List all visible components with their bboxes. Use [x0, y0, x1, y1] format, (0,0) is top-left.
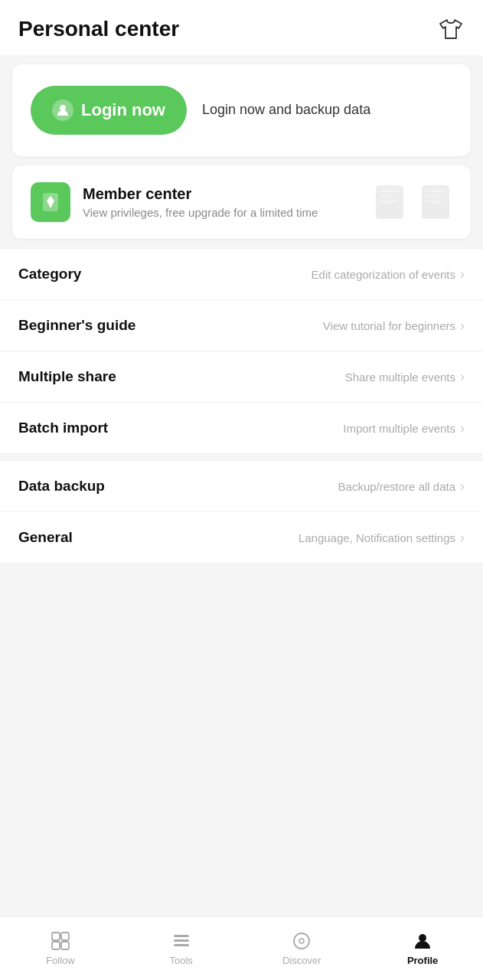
category-label: Category — [18, 266, 81, 283]
svg-point-0 — [60, 105, 66, 111]
user-icon — [52, 100, 73, 121]
svg-rect-6 — [380, 201, 397, 203]
menu-item-multiple-share[interactable]: Multiple share Share multiple events › — [0, 351, 483, 403]
menu-item-category[interactable]: Category Edit categorization of events › — [0, 249, 483, 300]
svg-point-20 — [419, 934, 426, 942]
nav-discover-label: Discover — [282, 955, 321, 966]
tools-icon — [171, 930, 192, 952]
svg-rect-9 — [426, 195, 440, 198]
multiple-share-right: Share multiple events › — [345, 369, 465, 385]
member-card[interactable]: Member center View privileges, free upgr… — [12, 165, 471, 239]
chevron-icon: › — [460, 318, 465, 334]
discover-icon — [291, 930, 312, 952]
svg-point-19 — [299, 939, 304, 943]
svg-rect-12 — [61, 933, 69, 940]
page-title: Personal center — [18, 17, 179, 41]
data-backup-right: Backup/restore all data › — [338, 479, 465, 495]
menu-item-beginners-guide[interactable]: Beginner's guide View tutorial for begin… — [0, 300, 483, 351]
category-desc: Edit categorization of events — [312, 268, 455, 281]
data-backup-label: Data backup — [18, 478, 105, 495]
header: Personal center — [0, 0, 483, 55]
nav-follow[interactable]: Follow — [0, 916, 121, 980]
nav-profile[interactable]: Profile — [362, 916, 483, 980]
chevron-icon: › — [460, 479, 465, 495]
batch-import-right: Import multiple events › — [343, 420, 465, 436]
profile-icon — [412, 930, 433, 952]
login-description: Login now and backup data — [202, 100, 370, 119]
login-card: Login now Login now and backup data — [12, 64, 471, 156]
menu-section-2: Data backup Backup/restore all data › Ge… — [0, 460, 483, 564]
svg-rect-10 — [426, 201, 443, 203]
nav-tools-label: Tools — [169, 955, 192, 966]
svg-rect-16 — [174, 939, 189, 942]
login-button-label: Login now — [81, 100, 165, 120]
chevron-icon: › — [460, 530, 465, 546]
page: Personal center Login now Login now an — [0, 0, 483, 980]
svg-rect-17 — [174, 944, 189, 946]
menu-section-1: Category Edit categorization of events ›… — [0, 248, 483, 454]
batch-import-desc: Import multiple events — [343, 422, 455, 435]
chevron-icon: › — [460, 420, 465, 436]
login-button[interactable]: Login now — [31, 86, 187, 135]
svg-rect-4 — [380, 190, 399, 192]
member-icon — [31, 182, 70, 222]
tshirt-icon[interactable] — [437, 15, 465, 43]
data-backup-desc: Backup/restore all data — [338, 480, 455, 493]
svg-point-18 — [294, 933, 309, 949]
general-label: General — [18, 529, 73, 546]
grid-icon — [50, 930, 71, 952]
svg-rect-15 — [174, 935, 189, 937]
category-right: Edit categorization of events › — [312, 266, 465, 283]
nav-profile-label: Profile — [407, 955, 438, 966]
beginners-guide-label: Beginner's guide — [18, 317, 135, 334]
chevron-icon: › — [460, 266, 465, 283]
nav-tools[interactable]: Tools — [121, 916, 242, 980]
general-desc: Language, Notification settings — [299, 531, 455, 544]
multiple-share-label: Multiple share — [18, 368, 116, 385]
svg-rect-11 — [52, 933, 60, 940]
chevron-icon: › — [460, 369, 465, 385]
svg-rect-8 — [426, 190, 445, 192]
menu-item-general[interactable]: General Language, Notification settings … — [0, 512, 483, 563]
multiple-share-desc: Share multiple events — [345, 371, 455, 384]
svg-rect-5 — [380, 195, 394, 198]
menu-item-batch-import[interactable]: Batch import Import multiple events › — [0, 403, 483, 453]
nav-follow-label: Follow — [46, 955, 75, 966]
general-right: Language, Notification settings › — [299, 530, 465, 546]
batch-import-label: Batch import — [18, 420, 108, 436]
bottom-nav: Follow Tools Discover — [0, 916, 483, 980]
svg-rect-13 — [52, 942, 60, 949]
menu-item-data-backup[interactable]: Data backup Backup/restore all data › — [0, 461, 483, 512]
nav-discover[interactable]: Discover — [242, 916, 363, 980]
member-bg-icons — [370, 182, 455, 222]
beginners-guide-desc: View tutorial for beginners — [323, 319, 455, 332]
beginners-guide-right: View tutorial for beginners › — [323, 318, 465, 334]
svg-rect-14 — [61, 942, 69, 949]
